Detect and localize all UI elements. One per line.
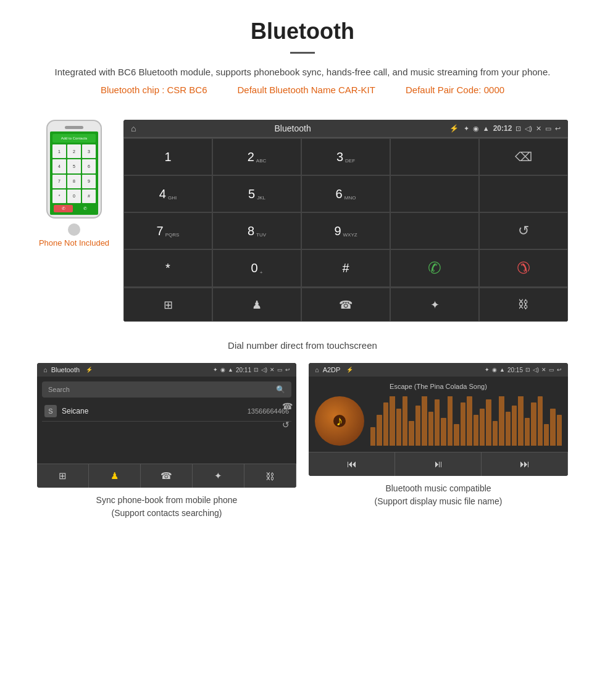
dial-key-18[interactable]: ✆ bbox=[390, 249, 479, 287]
music-caption: Bluetooth music compatible (Support disp… bbox=[375, 482, 503, 508]
close-icon[interactable]: ✕ bbox=[536, 125, 541, 133]
dial-key-17[interactable]: # bbox=[301, 249, 390, 287]
music-song-title: Escape (The Pina Colada Song) bbox=[315, 383, 562, 390]
window-icon[interactable]: ▭ bbox=[545, 125, 551, 133]
viz-bar bbox=[512, 406, 517, 446]
phone-key-6: 6 bbox=[82, 159, 96, 173]
dial-key-19[interactable]: ✆ bbox=[479, 249, 568, 287]
phone-key-5: 5 bbox=[67, 159, 81, 173]
dial-bottom-grid-icon[interactable]: ⊞ bbox=[123, 288, 212, 322]
pb-x-icon[interactable]: ✕ bbox=[270, 367, 275, 373]
phonebook-screen: ⌂ Bluetooth ⚡ ✦ ◉ ▲ 20:11 ⊡ ◁) ✕ ▭ ↩ bbox=[37, 363, 296, 488]
pb-side-phone-icon[interactable]: ☎ bbox=[282, 401, 293, 411]
dial-key-7[interactable]: 6MNO bbox=[301, 175, 390, 212]
pb-footer-person[interactable]: ♟ bbox=[89, 464, 141, 488]
dial-key-6[interactable]: 5JKL bbox=[212, 175, 301, 212]
pb-home-icon[interactable]: ⌂ bbox=[43, 366, 48, 373]
viz-bar bbox=[403, 396, 407, 446]
music-title: A2DP bbox=[323, 366, 341, 373]
phonebook-body: Search 🔍 S Seicane 13566664466 bbox=[37, 377, 296, 427]
dial-key-14[interactable]: ↺ bbox=[479, 212, 568, 249]
bottom-row: ⌂ Bluetooth ⚡ ✦ ◉ ▲ 20:11 ⊡ ◁) ✕ ▭ ↩ bbox=[0, 363, 605, 532]
back-icon[interactable]: ↩ bbox=[555, 125, 561, 133]
dial-bottom-contacts-icon[interactable]: ♟ bbox=[212, 288, 301, 322]
pb-rect-icon[interactable]: ▭ bbox=[277, 367, 283, 373]
viz-bar bbox=[538, 396, 543, 446]
music-signal-icon: ▲ bbox=[499, 367, 505, 373]
music-content: ♪ bbox=[315, 396, 562, 446]
viz-bar bbox=[499, 396, 504, 446]
dial-key-12[interactable]: 9WXYZ bbox=[301, 212, 390, 249]
screen-time: 20:12 bbox=[493, 124, 512, 133]
music-loc-icon: ◉ bbox=[492, 367, 497, 373]
spec-name: Default Bluetooth Name CAR-KIT bbox=[238, 85, 375, 95]
pb-time: 20:11 bbox=[236, 367, 251, 373]
phone-key-hash: # bbox=[82, 190, 96, 203]
dial-bottom-phone-icon[interactable]: ☎ bbox=[301, 288, 390, 322]
volume-icon[interactable]: ◁) bbox=[525, 125, 532, 133]
music-item: ⌂ A2DP ⚡ ✦ ◉ ▲ 20:15 ⊡ ◁) ✕ ▭ ↩ Escape (… bbox=[309, 363, 568, 520]
viz-bar bbox=[474, 415, 478, 446]
pb-spacer bbox=[37, 427, 296, 464]
phonebook-header: ⌂ Bluetooth ⚡ ✦ ◉ ▲ 20:11 ⊡ ◁) ✕ ▭ ↩ bbox=[37, 363, 296, 377]
dial-bottom-bluetooth-icon[interactable]: ✦ bbox=[390, 288, 479, 322]
viz-bar bbox=[480, 409, 485, 446]
dial-key-15[interactable]: * bbox=[123, 249, 212, 287]
home-icon[interactable]: ⌂ bbox=[131, 123, 136, 133]
pb-usb-icon: ⚡ bbox=[86, 367, 93, 373]
dial-key-1[interactable]: 2ABC bbox=[212, 138, 301, 175]
viz-bar bbox=[525, 418, 530, 446]
phonebook-content: Search 🔍 S Seicane 13566664466 ☎ ↺ bbox=[37, 377, 296, 464]
dial-key-13[interactable] bbox=[390, 212, 479, 249]
viz-bar bbox=[422, 396, 427, 446]
pb-vol-icon[interactable]: ◁) bbox=[261, 367, 267, 373]
pb-footer-grid[interactable]: ⊞ bbox=[37, 464, 89, 488]
dial-key-8[interactable] bbox=[390, 175, 479, 212]
dial-key-2[interactable]: 3DEF bbox=[301, 138, 390, 175]
phone-not-included-label: Phone Not Included bbox=[37, 238, 111, 248]
viz-bar bbox=[390, 396, 394, 446]
dial-key-10[interactable]: 7PQRS bbox=[123, 212, 212, 249]
phone-key-7: 7 bbox=[52, 175, 66, 188]
viz-bar bbox=[396, 409, 401, 446]
dial-key-3[interactable] bbox=[390, 138, 479, 175]
music-back-icon[interactable]: ↩ bbox=[557, 367, 562, 373]
viz-bar bbox=[493, 421, 498, 446]
dial-bottom-link-icon[interactable]: ⛓ bbox=[479, 288, 568, 322]
viz-bar bbox=[448, 396, 453, 446]
dial-key-0[interactable]: 1 bbox=[123, 138, 212, 175]
phone-screen: Add to Contacts 1 2 3 4 5 6 7 8 9 * 0 # bbox=[50, 131, 98, 215]
music-vol-icon[interactable]: ◁) bbox=[533, 367, 539, 373]
music-x-icon[interactable]: ✕ bbox=[541, 367, 546, 373]
dial-key-11[interactable]: 8TUV bbox=[212, 212, 301, 249]
pb-search-bar[interactable]: Search 🔍 bbox=[42, 381, 291, 398]
dial-key-5[interactable]: 4GHI bbox=[123, 175, 212, 212]
phone-key-1: 1 bbox=[52, 144, 66, 158]
pb-footer-bt[interactable]: ✦ bbox=[193, 464, 244, 488]
music-playpause-button[interactable]: ⏯ bbox=[395, 452, 482, 476]
phone-home-button bbox=[68, 223, 80, 236]
pb-back-icon[interactable]: ↩ bbox=[285, 367, 290, 373]
dial-caption: Dial number direct from touchscreen bbox=[0, 334, 605, 363]
pb-contact-row[interactable]: S Seicane 13566664466 bbox=[42, 401, 291, 422]
music-prev-button[interactable]: ⏮ bbox=[309, 452, 395, 476]
dial-key-16[interactable]: 0+ bbox=[212, 249, 301, 287]
pb-search-placeholder: Search bbox=[48, 386, 70, 393]
pb-footer-phone[interactable]: ☎ bbox=[141, 464, 193, 488]
spec-line: Bluetooth chip : CSR BC6 Default Bluetoo… bbox=[49, 85, 556, 95]
music-caption-line2: (Support display music file name) bbox=[375, 496, 503, 506]
dial-key-4[interactable]: ⌫ bbox=[479, 138, 568, 175]
music-rect-icon[interactable]: ▭ bbox=[549, 367, 554, 373]
viz-bar bbox=[518, 396, 523, 446]
viz-bar bbox=[506, 412, 511, 446]
pb-footer-link[interactable]: ⛓ bbox=[244, 464, 296, 488]
music-usb-icon: ⚡ bbox=[346, 367, 353, 373]
phone-key-2: 2 bbox=[67, 144, 81, 158]
music-next-button[interactable]: ⏭ bbox=[482, 452, 568, 476]
music-album-art: ♪ bbox=[315, 396, 364, 446]
music-home-icon[interactable]: ⌂ bbox=[315, 366, 319, 373]
viz-bar bbox=[531, 402, 536, 446]
dial-key-9[interactable] bbox=[479, 175, 568, 212]
pb-side-refresh-icon[interactable]: ↺ bbox=[282, 420, 293, 430]
phonebook-title: Bluetooth bbox=[51, 366, 80, 373]
